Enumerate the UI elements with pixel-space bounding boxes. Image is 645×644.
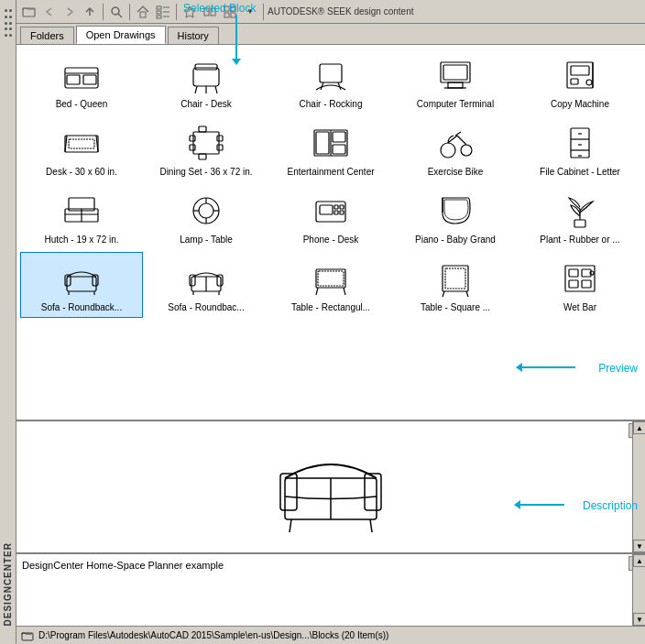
selected-block-arrow bbox=[235, 15, 237, 60]
desc-scrollbar[interactable]: ▲ ▼ bbox=[632, 554, 645, 626]
item-sofa-roundback1[interactable]: Sofa - Roundback... bbox=[20, 252, 143, 318]
item-desk-30x60[interactable]: Desk - 30 x 60 in. bbox=[20, 116, 143, 182]
item-file-cabinet[interactable]: File Cabinet - Letter bbox=[519, 116, 641, 182]
svg-point-55 bbox=[461, 145, 472, 156]
item-dining-set[interactable]: Dining Set - 36 x 72 in. bbox=[145, 116, 268, 182]
svg-rect-78 bbox=[340, 205, 344, 209]
item-bed-queen[interactable]: Bed - Queen bbox=[20, 49, 143, 115]
design-center-label: DESIGNCENTER bbox=[3, 542, 13, 626]
lamp-table-icon bbox=[184, 189, 228, 233]
preview-annotation: Preview bbox=[598, 362, 638, 375]
toolbar-btn-up[interactable] bbox=[81, 3, 99, 21]
sep3 bbox=[176, 4, 177, 20]
preview-scrollbar[interactable]: ▲ ▼ bbox=[632, 421, 645, 552]
item-computer-terminal-label: Computer Terminal bbox=[417, 99, 494, 110]
item-wet-bar[interactable]: Wet Bar bbox=[519, 252, 641, 318]
svg-rect-26 bbox=[320, 64, 342, 82]
item-lamp-table[interactable]: Lamp - Table bbox=[145, 184, 268, 250]
item-chair-desk-label: Chair - Desk bbox=[180, 99, 232, 110]
svg-rect-22 bbox=[195, 64, 217, 70]
svg-rect-51 bbox=[333, 132, 345, 142]
svg-rect-79 bbox=[334, 211, 338, 214]
svg-rect-100 bbox=[445, 268, 465, 289]
item-sofa-roundback2-label: Sofa - Roundbac... bbox=[168, 302, 244, 313]
preview-arrow bbox=[520, 366, 575, 368]
description-arrowhead bbox=[514, 500, 520, 509]
svg-line-57 bbox=[457, 136, 466, 145]
svg-line-97 bbox=[316, 288, 318, 295]
svg-line-113 bbox=[290, 519, 291, 532]
desk-30x60-icon bbox=[60, 121, 104, 165]
svg-rect-19 bbox=[67, 75, 80, 84]
vertical-sidebar: DESIGNCENTER bbox=[0, 0, 16, 644]
svg-rect-35 bbox=[571, 79, 578, 84]
item-table-rectangular-label: Table - Rectangul... bbox=[291, 302, 370, 313]
item-chair-rocking[interactable]: Chair - Rocking bbox=[269, 49, 392, 115]
tab-open-drawings[interactable]: Open Drawings bbox=[76, 26, 166, 44]
toolbar-btn-forward[interactable] bbox=[60, 3, 79, 21]
tab-folders[interactable]: Folders bbox=[20, 27, 74, 44]
svg-rect-6 bbox=[157, 16, 161, 18]
grip-dots-2 bbox=[5, 27, 12, 37]
tab-history[interactable]: History bbox=[168, 27, 219, 44]
toolbar-btn-folder[interactable] bbox=[20, 3, 38, 21]
toolbar-btn-tree[interactable] bbox=[154, 3, 172, 21]
status-path: D:\Program Files\Autodesk\AutoCAD 2015\S… bbox=[38, 630, 388, 640]
svg-rect-30 bbox=[448, 82, 463, 88]
svg-rect-111 bbox=[365, 474, 381, 510]
desc-scroll-up[interactable]: ▲ bbox=[633, 554, 645, 567]
svg-rect-110 bbox=[280, 474, 297, 510]
svg-rect-59 bbox=[571, 128, 589, 158]
bed-queen-icon bbox=[60, 53, 104, 97]
items-grid-scroll[interactable]: Bed - Queen bbox=[16, 45, 645, 420]
item-entertainment-center[interactable]: Entertainment Center bbox=[269, 116, 392, 182]
toolbar-btn-back[interactable] bbox=[40, 3, 59, 21]
hutch-icon bbox=[60, 189, 104, 233]
item-copy-machine[interactable]: Copy Machine bbox=[519, 49, 641, 115]
item-lamp-table-label: Lamp - Table bbox=[180, 235, 233, 246]
svg-rect-38 bbox=[65, 136, 98, 152]
chair-desk-icon bbox=[184, 53, 228, 97]
scroll-down-btn[interactable]: ▼ bbox=[633, 540, 645, 552]
item-piano-baby-grand[interactable]: Piano - Baby Grand bbox=[394, 184, 517, 250]
copy-machine-icon bbox=[558, 53, 602, 97]
item-sofa-roundback2[interactable]: Sofa - Roundbac... bbox=[145, 252, 268, 318]
entertainment-center-icon bbox=[309, 121, 353, 165]
svg-line-24 bbox=[215, 86, 217, 93]
computer-terminal-icon bbox=[433, 53, 477, 97]
item-exercise-bike[interactable]: Exercise Bike bbox=[394, 116, 517, 182]
svg-rect-43 bbox=[190, 136, 195, 141]
desc-scroll-track bbox=[633, 567, 645, 613]
item-computer-terminal[interactable]: Computer Terminal bbox=[394, 49, 517, 115]
table-rectangular-icon bbox=[309, 257, 353, 300]
item-desk-30x60-label: Desk - 30 x 60 in. bbox=[46, 167, 117, 178]
piano-baby-grand-icon bbox=[433, 189, 477, 233]
item-table-rectangular[interactable]: Table - Rectangul... bbox=[269, 252, 392, 318]
svg-rect-21 bbox=[193, 68, 219, 86]
svg-rect-82 bbox=[574, 220, 585, 227]
svg-rect-50 bbox=[316, 132, 329, 154]
desc-scroll-down[interactable]: ▼ bbox=[633, 613, 645, 626]
toolbar-btn-search[interactable] bbox=[107, 3, 126, 21]
svg-rect-4 bbox=[157, 6, 161, 9]
item-phone-desk[interactable]: Phone - Desk bbox=[269, 184, 392, 250]
scroll-up-btn[interactable]: ▲ bbox=[633, 421, 645, 434]
toolbar-btn-home[interactable] bbox=[134, 3, 152, 21]
plant-rubber-icon bbox=[558, 189, 602, 233]
toolbar: ▼ AUTODESK® SEEK design content bbox=[16, 0, 645, 24]
item-exercise-bike-label: Exercise Bike bbox=[428, 167, 484, 178]
svg-line-114 bbox=[370, 519, 372, 532]
svg-rect-44 bbox=[190, 145, 195, 150]
item-hutch[interactable]: Hutch - 19 x 72 in. bbox=[20, 184, 143, 250]
grip-dots bbox=[5, 9, 12, 25]
svg-rect-75 bbox=[316, 202, 345, 222]
sep1 bbox=[103, 4, 104, 20]
svg-rect-34 bbox=[571, 66, 589, 75]
item-table-square[interactable]: Table - Square ... bbox=[394, 252, 517, 318]
sep2 bbox=[129, 4, 130, 20]
item-plant-rubber[interactable]: Plant - Rubber or ... bbox=[519, 184, 641, 250]
selected-block-annotation: Selected Block bbox=[183, 2, 256, 15]
item-chair-desk[interactable]: Chair - Desk bbox=[145, 49, 268, 115]
item-file-cabinet-label: File Cabinet - Letter bbox=[540, 167, 620, 178]
item-piano-baby-grand-label: Piano - Baby Grand bbox=[415, 235, 496, 246]
